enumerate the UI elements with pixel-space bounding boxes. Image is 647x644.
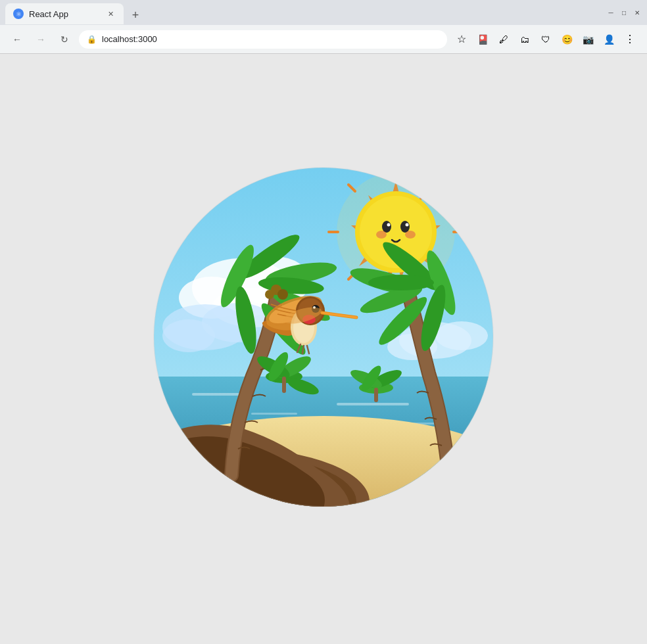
ext-icon-4[interactable]: 🛡 xyxy=(537,30,555,49)
svg-rect-4 xyxy=(337,403,409,405)
reload-button[interactable]: ↻ xyxy=(55,30,74,49)
tab-close-button[interactable]: ✕ xyxy=(105,9,116,19)
ext-icon-1[interactable]: 🎴 xyxy=(473,30,492,49)
url-bar[interactable]: 🔒 localhost:3000 xyxy=(79,30,447,49)
browser-chrome: ⚛ React App ✕ + ─ □ ✕ ← → ↻ 🔒 localhost:… xyxy=(0,0,647,54)
profile-icon[interactable]: 👤 xyxy=(600,30,618,49)
toolbar-icons: ☆ 🎴 🖋 🗂 🛡 😊 📷 👤 ⋮ xyxy=(452,30,639,49)
svg-point-34 xyxy=(382,221,391,233)
active-tab[interactable]: ⚛ React App ✕ xyxy=(5,3,124,24)
tropical-scene-svg xyxy=(153,166,494,508)
scene-illustration xyxy=(153,166,494,508)
svg-rect-62 xyxy=(282,377,286,393)
minimize-button[interactable]: ─ xyxy=(606,8,615,17)
svg-point-38 xyxy=(376,231,387,239)
svg-point-35 xyxy=(400,221,410,233)
svg-point-39 xyxy=(405,231,416,239)
ext-icon-3[interactable]: 🗂 xyxy=(515,30,534,49)
maximize-button[interactable]: □ xyxy=(619,8,629,17)
page-content xyxy=(0,54,647,620)
svg-rect-5 xyxy=(251,413,297,415)
tab-favicon: ⚛ xyxy=(13,9,24,19)
tab-bar: ⚛ React App ✕ + xyxy=(5,1,606,24)
url-text: localhost:3000 xyxy=(102,34,157,44)
svg-point-48 xyxy=(277,289,288,300)
ext-icon-6[interactable]: 📷 xyxy=(579,30,597,49)
svg-point-36 xyxy=(387,223,391,227)
tab-title: React App xyxy=(29,9,68,19)
address-bar: ← → ↻ 🔒 localhost:3000 ☆ 🎴 🖋 🗂 🛡 😊 📷 👤 ⋮ xyxy=(0,25,647,54)
svg-point-20 xyxy=(435,321,488,350)
title-bar: ⚛ React App ✕ + ─ □ ✕ xyxy=(0,0,647,25)
ext-icon-5[interactable]: 😊 xyxy=(558,30,576,49)
svg-point-56 xyxy=(368,275,434,290)
svg-line-29 xyxy=(437,185,443,191)
bookmark-icon[interactable]: ☆ xyxy=(452,30,471,49)
svg-rect-67 xyxy=(374,388,378,402)
svg-point-18 xyxy=(162,319,215,352)
menu-icon[interactable]: ⋮ xyxy=(621,30,639,49)
ext-icon-2[interactable]: 🖋 xyxy=(494,30,513,49)
forward-button[interactable]: → xyxy=(32,30,50,49)
new-tab-button[interactable]: + xyxy=(126,6,145,24)
back-button[interactable]: ← xyxy=(8,30,26,49)
svg-point-49 xyxy=(265,290,274,299)
close-button[interactable]: ✕ xyxy=(633,8,642,17)
window-controls: ─ □ ✕ xyxy=(606,8,642,17)
svg-point-37 xyxy=(406,223,409,227)
lock-icon: 🔒 xyxy=(87,35,97,44)
